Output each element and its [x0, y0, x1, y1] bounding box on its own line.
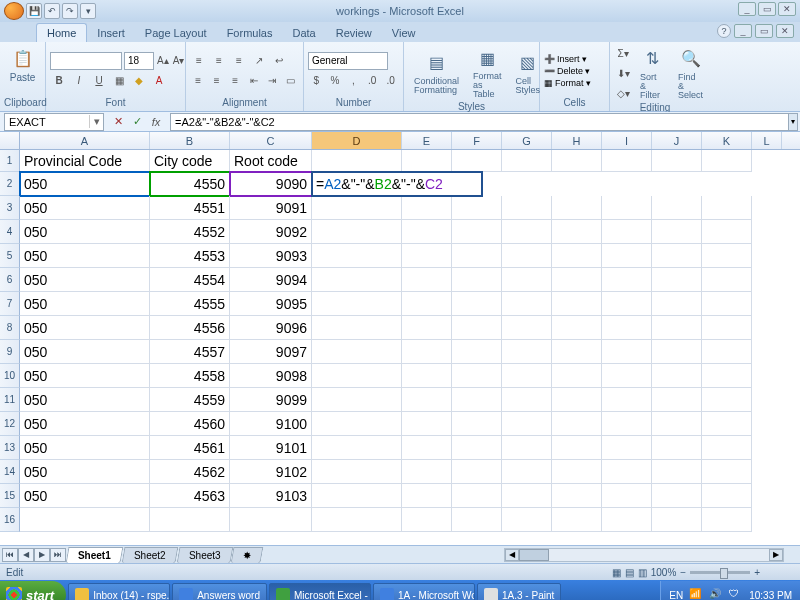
font-size[interactable] [124, 52, 154, 70]
cell-a10[interactable]: 050 [20, 364, 150, 388]
cell-b4[interactable]: 4552 [150, 220, 230, 244]
row-header-1[interactable]: 1 [0, 150, 20, 172]
task-excel[interactable]: Microsoft Excel - ... [269, 583, 371, 600]
cell-a5[interactable]: 050 [20, 244, 150, 268]
sheet-tab-1[interactable]: Sheet1 [66, 547, 124, 563]
cell-a7[interactable]: 050 [20, 292, 150, 316]
cell-c5[interactable]: 9093 [230, 244, 312, 268]
tab-data[interactable]: Data [282, 24, 325, 42]
row-header-9[interactable]: 9 [0, 340, 20, 364]
col-header-j[interactable]: J [652, 132, 702, 149]
col-header-g[interactable]: G [502, 132, 552, 149]
zoom-level[interactable]: 100% [651, 567, 677, 578]
cell-c15[interactable]: 9103 [230, 484, 312, 508]
view-layout[interactable]: ▤ [625, 567, 634, 578]
cell-b11[interactable]: 4559 [150, 388, 230, 412]
cell-d4[interactable] [312, 220, 402, 244]
cell-d9[interactable] [312, 340, 402, 364]
select-all[interactable] [0, 132, 20, 149]
grow-font[interactable]: A▴ [156, 52, 170, 70]
system-tray[interactable]: EN 📶 🔊 🛡 10:33 PM [660, 581, 800, 600]
cell-c10[interactable]: 9098 [230, 364, 312, 388]
horizontal-scrollbar[interactable]: ◀ ▶ [504, 548, 784, 562]
zoom-out[interactable]: − [680, 567, 686, 578]
percent[interactable]: % [327, 72, 344, 90]
conditional-formatting[interactable]: ▤Conditional Formatting [408, 49, 465, 97]
cancel-formula[interactable]: ✕ [110, 114, 126, 130]
cell-d15[interactable] [312, 484, 402, 508]
cell-a11[interactable]: 050 [20, 388, 150, 412]
cell-a15[interactable]: 050 [20, 484, 150, 508]
row-header-8[interactable]: 8 [0, 316, 20, 340]
maximize-button[interactable]: ▭ [758, 2, 776, 16]
tab-insert[interactable]: Insert [87, 24, 135, 42]
align-bottom[interactable]: ≡ [230, 52, 248, 70]
task-word[interactable]: 1A - Microsoft Word [373, 583, 475, 600]
cell-c13[interactable]: 9101 [230, 436, 312, 460]
office-button[interactable] [4, 2, 24, 20]
tray-icon-3[interactable]: 🛡 [729, 588, 743, 600]
cell-c3[interactable]: 9091 [230, 196, 312, 220]
col-header-a[interactable]: A [20, 132, 150, 149]
bold-button[interactable]: B [50, 72, 68, 90]
row-header-13[interactable]: 13 [0, 436, 20, 460]
underline-button[interactable]: U [90, 72, 108, 90]
cell-c14[interactable]: 9102 [230, 460, 312, 484]
cell-d2-editing[interactable]: =A2&"-"&B2&"-"&C2 [312, 172, 482, 196]
scroll-left[interactable]: ◀ [505, 549, 519, 561]
autosum[interactable]: Σ▾ [614, 44, 632, 62]
decrease-decimal[interactable]: .0 [382, 72, 399, 90]
row-header-11[interactable]: 11 [0, 388, 20, 412]
tab-view[interactable]: View [382, 24, 426, 42]
align-middle[interactable]: ≡ [210, 52, 228, 70]
col-header-e[interactable]: E [402, 132, 452, 149]
cell-b5[interactable]: 4553 [150, 244, 230, 268]
undo-button[interactable]: ↶ [44, 3, 60, 19]
cell-a2[interactable]: 050 [20, 172, 150, 196]
start-button[interactable]: start [0, 581, 66, 600]
fill[interactable]: ⬇▾ [614, 64, 632, 82]
scroll-thumb[interactable] [519, 549, 549, 561]
cell-b3[interactable]: 4551 [150, 196, 230, 220]
col-header-d[interactable]: D [312, 132, 402, 149]
fx-button[interactable]: fx [148, 114, 164, 130]
italic-button[interactable]: I [70, 72, 88, 90]
fill-color[interactable]: ◆ [130, 72, 148, 90]
cell-d7[interactable] [312, 292, 402, 316]
format-as-table[interactable]: ▦Format as Table [467, 44, 508, 101]
cell-c6[interactable]: 9094 [230, 268, 312, 292]
cell-b15[interactable]: 4563 [150, 484, 230, 508]
cell-d8[interactable] [312, 316, 402, 340]
cell-a14[interactable]: 050 [20, 460, 150, 484]
cell-b9[interactable]: 4557 [150, 340, 230, 364]
clear[interactable]: ◇▾ [614, 84, 632, 102]
task-answers[interactable]: Answers word [172, 583, 267, 600]
cell-a4[interactable]: 050 [20, 220, 150, 244]
cell-b13[interactable]: 4561 [150, 436, 230, 460]
row-header-4[interactable]: 4 [0, 220, 20, 244]
zoom-in[interactable]: + [754, 567, 760, 578]
merge-center[interactable]: ▭ [283, 72, 300, 90]
col-header-b[interactable]: B [150, 132, 230, 149]
tab-review[interactable]: Review [326, 24, 382, 42]
cell-a1[interactable]: Provincial Code [20, 150, 150, 172]
col-header-h[interactable]: H [552, 132, 602, 149]
qat-customize[interactable]: ▾ [80, 3, 96, 19]
comma[interactable]: , [345, 72, 362, 90]
enter-formula[interactable]: ✓ [129, 114, 145, 130]
tab-formulas[interactable]: Formulas [217, 24, 283, 42]
tray-lang[interactable]: EN [669, 590, 683, 601]
align-left[interactable]: ≡ [190, 72, 207, 90]
delete-cells[interactable]: ➖ Delete ▾ [544, 66, 605, 76]
cell-d5[interactable] [312, 244, 402, 268]
row-header-7[interactable]: 7 [0, 292, 20, 316]
minimize-button[interactable]: _ [738, 2, 756, 16]
col-header-l[interactable]: L [752, 132, 782, 149]
tray-icon-2[interactable]: 🔊 [709, 588, 723, 600]
cell-c2[interactable]: 9090 [230, 172, 312, 196]
cell-d12[interactable] [312, 412, 402, 436]
cell-d1[interactable] [312, 150, 402, 172]
find-select[interactable]: 🔍Find & Select [672, 45, 709, 102]
orientation[interactable]: ↗ [250, 52, 268, 70]
help-button[interactable]: ? [717, 24, 731, 38]
